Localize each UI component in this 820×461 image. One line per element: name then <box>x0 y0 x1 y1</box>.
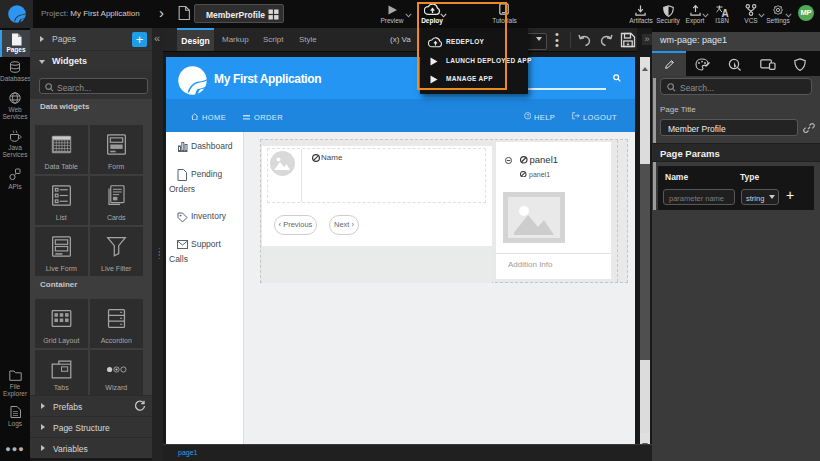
svg-text:A: A <box>722 7 729 17</box>
svg-text:?: ? <box>526 113 529 119</box>
